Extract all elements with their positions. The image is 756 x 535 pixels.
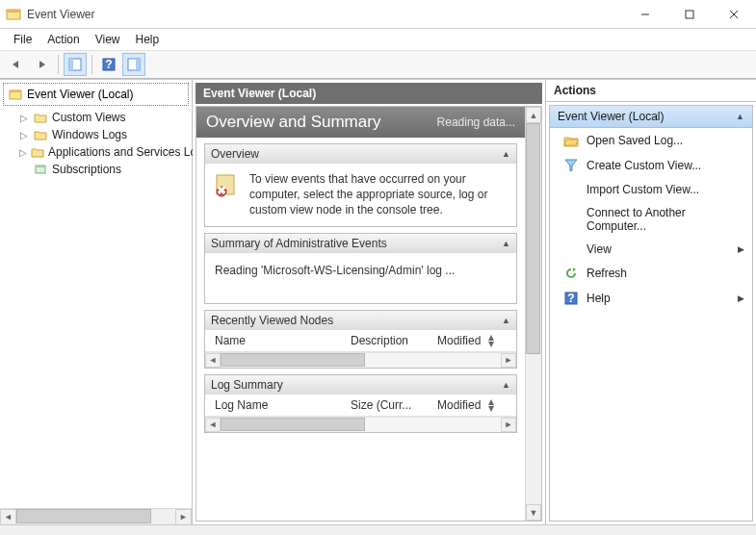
- close-button[interactable]: [712, 0, 756, 28]
- folder-icon: [33, 110, 48, 125]
- action-label: Create Custom View...: [587, 159, 701, 172]
- detail-header: Event Viewer (Local): [196, 83, 542, 104]
- scroll-left-icon[interactable]: ◄: [205, 418, 221, 432]
- action-open-saved-log[interactable]: Open Saved Log...: [550, 128, 752, 153]
- scroll-thumb[interactable]: [221, 418, 365, 431]
- minimize-button[interactable]: [623, 0, 667, 28]
- tree-item-label: Subscriptions: [52, 163, 121, 176]
- action-create-custom-view[interactable]: Create Custom View...: [550, 153, 752, 178]
- tree-root-label: Event Viewer (Local): [27, 88, 134, 101]
- scroll-down-icon[interactable]: ▼: [526, 504, 541, 521]
- action-help[interactable]: ? Help ▶: [550, 286, 752, 311]
- section-summary: Summary of Administrative Events▲ Readin…: [204, 233, 517, 304]
- tree-item-windows-logs[interactable]: ▷Windows Logs: [19, 126, 188, 143]
- scroll-thumb[interactable]: [526, 123, 540, 354]
- toolbar-separator: [91, 55, 92, 74]
- subscriptions-icon: [33, 162, 48, 177]
- help-toolbar-button[interactable]: ?: [97, 53, 120, 76]
- scroll-track[interactable]: [16, 509, 175, 525]
- console-tree-pane: Event Viewer (Local) ▷Custom Views ▷Wind…: [0, 80, 193, 524]
- updown-icon[interactable]: ▴▾: [488, 334, 494, 347]
- scroll-left-icon[interactable]: ◄: [205, 353, 221, 368]
- section-header[interactable]: Overview▲: [205, 144, 516, 164]
- action-view-submenu[interactable]: View ▶: [550, 238, 752, 261]
- tree-h-scrollbar[interactable]: ◄ ►: [0, 508, 192, 524]
- section-header[interactable]: Log Summary▲: [205, 375, 516, 395]
- scroll-right-icon[interactable]: ►: [501, 418, 516, 432]
- tree-item-label: Custom Views: [52, 111, 125, 124]
- back-button[interactable]: [5, 53, 28, 76]
- actions-subtitle-bar[interactable]: Event Viewer (Local) ▲: [550, 106, 752, 128]
- overview-status: Reading data...: [437, 115, 515, 129]
- list-h-scrollbar[interactable]: ◄►: [205, 352, 516, 368]
- expand-icon[interactable]: ▷: [19, 147, 27, 158]
- funnel-icon: [563, 158, 579, 173]
- scroll-thumb[interactable]: [221, 353, 365, 367]
- tree-item-custom-views[interactable]: ▷Custom Views: [19, 109, 188, 126]
- list-header: Log Name Size (Curr... Modified▴▾ ◄►: [205, 395, 516, 432]
- expand-icon[interactable]: ▷: [19, 130, 29, 140]
- scroll-right-icon[interactable]: ►: [501, 353, 516, 368]
- svg-text:?: ?: [105, 58, 112, 71]
- col-size[interactable]: Size (Curr...: [347, 396, 433, 414]
- collapse-icon[interactable]: ▲: [502, 380, 510, 390]
- svg-text:?: ?: [567, 292, 574, 305]
- detail-pane: Event Viewer (Local) Overview and Summar…: [193, 80, 546, 524]
- section-title: Overview: [211, 147, 259, 161]
- actions-pane: Actions Event Viewer (Local) ▲ Open Save…: [546, 80, 756, 524]
- updown-icon[interactable]: ▴▾: [488, 398, 494, 412]
- collapse-icon[interactable]: ▲: [502, 239, 510, 248]
- svg-rect-1: [7, 10, 20, 13]
- action-label: Import Custom View...: [587, 183, 699, 196]
- maximize-button[interactable]: [667, 0, 712, 28]
- collapse-icon[interactable]: ▲: [502, 316, 510, 325]
- section-overview: Overview▲ ✖ To view events that have occ…: [204, 143, 517, 227]
- tree-item-applications-services[interactable]: ▷Applications and Services Lo: [19, 143, 188, 161]
- section-header[interactable]: Recently Viewed Nodes▲: [205, 311, 516, 330]
- menu-help[interactable]: Help: [128, 31, 168, 48]
- col-log-name[interactable]: Log Name: [211, 396, 347, 414]
- collapse-icon[interactable]: ▲: [502, 149, 510, 159]
- scroll-right-icon[interactable]: ►: [175, 509, 192, 525]
- col-modified[interactable]: Modified: [437, 398, 481, 412]
- menu-view[interactable]: View: [88, 31, 128, 48]
- event-log-icon: ✖: [213, 171, 240, 198]
- section-header[interactable]: Summary of Administrative Events▲: [205, 234, 516, 253]
- tree-item-subscriptions[interactable]: Subscriptions: [19, 161, 188, 178]
- svg-rect-3: [686, 11, 693, 18]
- list-h-scrollbar[interactable]: ◄►: [205, 417, 516, 432]
- summary-text: Reading 'Microsoft-WS-Licensing/Admin' l…: [215, 263, 455, 278]
- scroll-up-icon[interactable]: ▲: [526, 107, 541, 123]
- action-import-custom-view[interactable]: Import Custom View...: [550, 178, 752, 201]
- event-viewer-icon: [8, 87, 23, 102]
- show-actions-button[interactable]: [122, 53, 145, 76]
- menu-bar: File Action View Help: [0, 29, 756, 50]
- collapse-icon[interactable]: ▲: [736, 112, 744, 121]
- detail-v-scrollbar[interactable]: ▲ ▼: [525, 107, 541, 521]
- col-modified[interactable]: Modified: [437, 334, 481, 347]
- expand-icon[interactable]: ▷: [19, 113, 29, 123]
- col-name[interactable]: Name: [211, 332, 347, 349]
- svg-rect-15: [36, 166, 45, 167]
- action-refresh[interactable]: Refresh: [550, 261, 752, 286]
- menu-action[interactable]: Action: [39, 31, 87, 48]
- col-description[interactable]: Description: [347, 332, 433, 349]
- refresh-icon: [563, 266, 579, 281]
- forward-button[interactable]: [30, 53, 53, 76]
- svg-rect-7: [69, 59, 73, 70]
- scroll-thumb[interactable]: [16, 509, 151, 523]
- scroll-left-icon[interactable]: ◄: [0, 509, 16, 525]
- menu-file[interactable]: File: [6, 31, 39, 48]
- actions-title: Actions: [546, 80, 756, 102]
- action-label: Refresh: [587, 267, 627, 280]
- overview-title: Overview and Summary: [206, 113, 380, 132]
- action-connect-computer[interactable]: Connect to Another Computer...: [550, 201, 752, 238]
- list-header: Name Description Modified▴▾ ◄►: [205, 330, 516, 368]
- action-label: Help: [587, 292, 611, 305]
- show-tree-button[interactable]: [64, 53, 87, 76]
- overview-banner: Overview and Summary Reading data...: [196, 107, 525, 138]
- tree-root[interactable]: Event Viewer (Local): [3, 83, 189, 106]
- section-body: ✖ To view events that have occurred on y…: [205, 164, 516, 226]
- section-title: Summary of Administrative Events: [211, 237, 387, 250]
- folder-open-icon: [563, 133, 579, 148]
